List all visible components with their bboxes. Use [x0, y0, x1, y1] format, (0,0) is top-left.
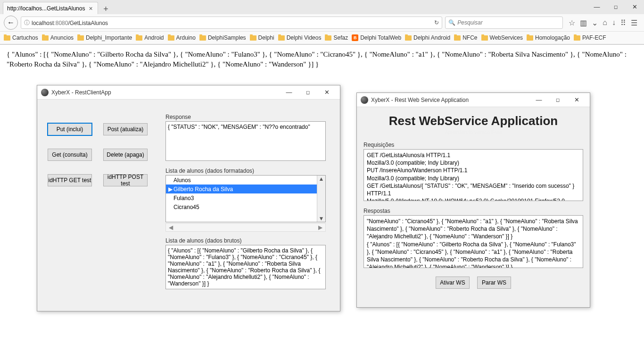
menu-icon[interactable]: ☰ — [631, 18, 637, 27]
window-title: XyberX - RestClientApp — [51, 89, 280, 96]
folder-icon — [250, 35, 256, 41]
folder-icon — [42, 35, 49, 41]
browser-tab[interactable]: http://localhos...GetListaAlunos × — [3, 2, 98, 14]
bookmark-item[interactable]: Anuncios — [42, 34, 74, 41]
pocket-icon[interactable]: ⌄ — [592, 18, 598, 27]
search-icon: 🔍 — [448, 19, 455, 26]
bookmark-item[interactable]: BDelphi TotalWeb — [352, 34, 401, 41]
ativar-ws-button[interactable]: Ativar WS — [436, 277, 470, 289]
info-icon: ⓘ — [24, 19, 30, 27]
folder-icon — [199, 35, 206, 41]
browser-maximize-button[interactable]: ◻ — [606, 0, 625, 13]
search-input[interactable] — [457, 19, 560, 26]
window-title: XyberX - Rest Web Service Application — [371, 97, 529, 103]
response-memo[interactable]: { "STATUS" : "NOK", "MENSAGEM" : "N??o e… — [165, 121, 326, 161]
idhttp-post-button[interactable]: idHTTP POST test — [103, 174, 148, 186]
search-bar[interactable]: 🔍 — [445, 17, 563, 29]
post-button[interactable]: Post (atualiza) — [103, 123, 148, 135]
page-body-json: { "Alunos" : [{ "NomeAluno" : "Gilberto … — [0, 45, 644, 74]
bookmark-item[interactable]: DelphiSamples — [199, 34, 246, 41]
maximize-button[interactable]: ◻ — [548, 93, 567, 107]
folder-icon — [454, 35, 461, 41]
bookmark-item[interactable]: Delphi Android — [405, 34, 450, 41]
folder-icon — [278, 35, 285, 41]
list-raw-label: Lista de alunos (dados brutos) — [165, 237, 241, 244]
list-hscroll[interactable]: ◀▶ — [165, 223, 326, 232]
back-button[interactable]: ← — [4, 16, 18, 30]
bookmarks-bar: CartuchosAnunciosDelphi_ImportanteAndroi… — [0, 31, 644, 44]
home-icon[interactable]: ⌂ — [603, 18, 607, 27]
list-item[interactable]: ▶Gilberto Rocha da Silva — [166, 185, 317, 193]
browser-minimize-button[interactable]: — — [587, 0, 606, 13]
requests-label: Requisições — [363, 142, 583, 148]
bookmark-item[interactable]: WebServices — [481, 34, 523, 41]
list-item[interactable]: Cicrano45 — [166, 202, 317, 211]
folder-icon — [527, 35, 533, 41]
list-formatted-label: Lista de alunos (dados formatados) — [165, 168, 254, 174]
url-bar[interactable]: ⓘ localhost:8080/GetListaAlunos ↻ — [21, 17, 442, 29]
tab-title: http://localhos...GetListaAlunos — [7, 5, 85, 12]
browser-close-button[interactable]: ✕ — [625, 0, 644, 13]
list-scrollbar[interactable]: ▲▼ — [317, 176, 325, 222]
bookmark-item[interactable]: Android — [136, 34, 164, 41]
library-icon[interactable]: ▥ — [580, 18, 587, 27]
downloads-icon[interactable]: ↓ — [612, 18, 616, 27]
close-button[interactable]: ✕ — [317, 86, 336, 99]
close-button[interactable]: ✕ — [567, 93, 586, 107]
new-tab-button[interactable]: + — [100, 4, 112, 14]
folder-icon — [405, 35, 412, 41]
bookmark-item[interactable]: Arduino — [168, 34, 196, 41]
bookmark-item[interactable]: NFCe — [454, 34, 477, 41]
parar-ws-button[interactable]: Parar WS — [477, 277, 511, 289]
responses-label: Respostas — [363, 208, 583, 214]
responses-memo[interactable]: "NomeAluno" : "Cicrano45" }, { "NomeAlun… — [363, 215, 583, 268]
alunos-listbox[interactable]: Alunos▶Gilberto Rocha da SilvaFulano3Cic… — [165, 175, 326, 222]
minimize-button[interactable]: — — [280, 86, 298, 99]
response-label: Response — [165, 114, 191, 120]
rest-server-window: XyberX - Rest Web Service Application — … — [356, 92, 590, 308]
bookmark-item[interactable]: PAF-ECF — [574, 34, 606, 41]
bookmark-item[interactable]: Delphi_Importante — [77, 34, 132, 41]
rest-client-window: XyberX - RestClientApp — ◻ ✕ Put (inclui… — [37, 85, 340, 311]
reload-icon[interactable]: ↻ — [434, 19, 439, 26]
folder-icon — [4, 35, 10, 41]
folder-icon — [481, 35, 488, 41]
folder-icon — [574, 35, 580, 41]
bookmark-item[interactable]: Delphi — [250, 34, 274, 41]
server-heading: Rest WebService Application — [363, 114, 583, 128]
bookmark-star-icon[interactable]: ☆ — [569, 18, 575, 27]
folder-icon — [77, 35, 84, 41]
put-button[interactable]: Put (inclui) — [48, 123, 92, 135]
bookmark-item[interactable]: Sefaz — [325, 34, 348, 41]
bookmark-item[interactable]: Cartuchos — [4, 34, 38, 41]
server-subheading: Aprendendo versao Free — [363, 129, 583, 135]
app-icon — [361, 96, 368, 104]
list-item[interactable]: Fulano3 — [166, 193, 317, 202]
bookmark-item[interactable]: Homologação — [527, 34, 570, 41]
delete-button[interactable]: Delete (apaga) — [103, 149, 148, 161]
app-icon — [41, 89, 49, 96]
idhttp-get-button[interactable]: idHTTP GET test — [48, 174, 92, 186]
blogger-icon: B — [352, 34, 358, 41]
minimize-button[interactable]: — — [529, 93, 548, 107]
maximize-button[interactable]: ◻ — [298, 86, 317, 99]
requests-memo[interactable]: GET /GetListaAlunos/a HTTP/1.1 Mozilla/3… — [363, 149, 583, 201]
folder-icon — [168, 35, 174, 41]
folder-icon — [325, 35, 331, 41]
extension-icon[interactable]: ⠿ — [620, 18, 626, 27]
get-button[interactable]: Get (consulta) — [48, 149, 92, 161]
url-text: localhost:8080/GetListaAlunos — [32, 19, 432, 26]
bookmark-item[interactable]: Delphi Videos — [278, 34, 322, 41]
list-item[interactable]: Alunos — [166, 176, 317, 185]
raw-memo[interactable]: { "Alunos" : [{ "NomeAluno" : "Gilberto … — [165, 245, 326, 289]
folder-icon — [136, 35, 142, 41]
close-tab-icon[interactable]: × — [88, 5, 93, 12]
